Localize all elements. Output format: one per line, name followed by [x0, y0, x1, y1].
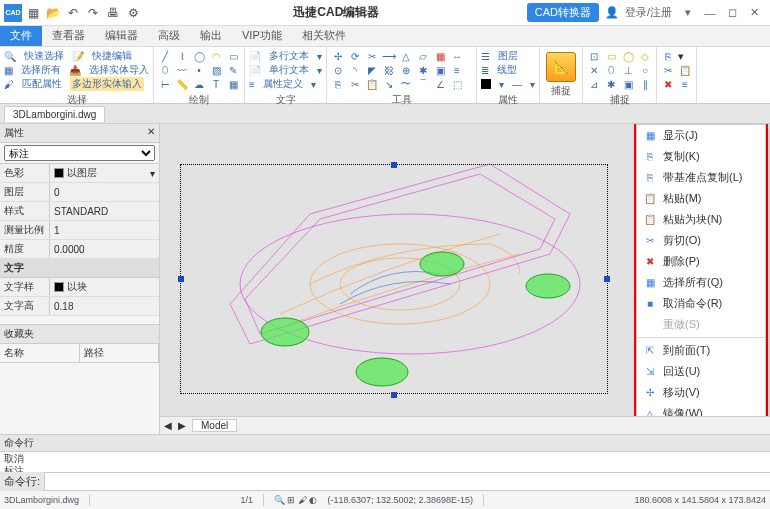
context-menu-item[interactable]: ⇱到前面(T) — [637, 340, 765, 361]
context-menu-item[interactable]: ■取消命令(R) — [637, 293, 765, 314]
close-icon[interactable]: ✕ — [744, 5, 764, 21]
status-icons[interactable]: 🔍 ⊞ 🖌 ◐ — [274, 495, 318, 505]
login-link[interactable]: 登录/注册 — [625, 5, 672, 20]
clip-cut-icon[interactable]: ✂ — [661, 63, 675, 77]
tab-model[interactable]: Model — [192, 419, 237, 432]
context-menu-item[interactable]: ⎘带基准点复制(L) — [637, 167, 765, 188]
cloud-icon[interactable]: ☁ — [192, 77, 206, 91]
break-icon[interactable]: ⛓ — [382, 63, 396, 77]
redo-icon[interactable]: ↷ — [84, 4, 102, 22]
snap-perp-icon[interactable]: ⊥ — [621, 63, 635, 77]
file-tab-active[interactable]: 3DLamborgini.dwg — [4, 106, 105, 122]
group-icon[interactable]: ▣ — [433, 63, 447, 77]
maximize-icon[interactable]: ◻ — [722, 5, 742, 21]
edit-icon[interactable]: ✎ — [226, 63, 240, 77]
mtext-button[interactable]: 多行文本 — [269, 49, 309, 63]
tab-file[interactable]: 文件 — [0, 26, 42, 46]
open-icon[interactable]: 📂 — [44, 4, 62, 22]
import-entity-button[interactable]: 选择实体导入 — [89, 63, 149, 77]
quick-edit-button[interactable]: 快捷编辑 — [92, 49, 132, 63]
snap-ext-icon[interactable]: ⬯ — [604, 63, 618, 77]
arc-icon[interactable]: ◠ — [209, 49, 223, 63]
snap-cen-icon[interactable]: ◯ — [621, 49, 635, 63]
object-type-select[interactable]: 标注 — [4, 145, 155, 161]
polyline-icon[interactable]: ⌇ — [175, 49, 189, 63]
snap-quad-icon[interactable]: ◇ — [638, 49, 652, 63]
context-menu-item[interactable]: ✢移动(V) — [637, 382, 765, 403]
print-icon[interactable]: 🖶 — [104, 4, 122, 22]
cad-convert-button[interactable]: CAD转换器 — [527, 3, 599, 22]
snap-int-icon[interactable]: ✕ — [587, 63, 601, 77]
mirror-icon[interactable]: △ — [399, 49, 413, 63]
select-all-button[interactable]: 选择所有 — [21, 63, 61, 77]
tab-editor[interactable]: 编辑器 — [95, 26, 148, 46]
tab-output[interactable]: 输出 — [190, 26, 232, 46]
context-menu-item[interactable]: 📋粘贴为块(N) — [637, 209, 765, 230]
polygon-entity-button[interactable]: 多边形实体输入 — [70, 77, 144, 91]
snap-par-icon[interactable]: ∥ — [638, 77, 652, 91]
circle-icon[interactable]: ◯ — [192, 49, 206, 63]
snap-mid-icon[interactable]: ▭ — [604, 49, 618, 63]
move-icon[interactable]: ✢ — [331, 49, 345, 63]
trim-icon[interactable]: ✂ — [365, 49, 379, 63]
region-icon[interactable]: ⬚ — [450, 77, 464, 91]
settings-icon[interactable]: ▾ — [678, 5, 698, 21]
angle-icon[interactable]: ∠ — [433, 77, 447, 91]
stext-button[interactable]: 单行文本 — [269, 63, 309, 77]
array-icon[interactable]: ▦ — [433, 49, 447, 63]
clip-del-icon[interactable]: ✖ — [661, 77, 675, 91]
join-icon[interactable]: ⊕ — [399, 63, 413, 77]
spline2-icon[interactable]: 〜 — [399, 77, 413, 91]
context-menu-item[interactable]: ▦选择所有(Q) — [637, 272, 765, 293]
ellipse-icon[interactable]: ⬯ — [158, 63, 172, 77]
tab-related[interactable]: 相关软件 — [292, 26, 356, 46]
snap-node-icon[interactable]: ✱ — [604, 77, 618, 91]
point-icon[interactable]: • — [192, 63, 206, 77]
line-icon[interactable]: ╱ — [158, 49, 172, 63]
ruler-icon[interactable]: 📏 — [175, 77, 189, 91]
chamfer-icon[interactable]: ◤ — [365, 63, 379, 77]
offset-icon[interactable]: ⊙ — [331, 63, 345, 77]
snap-tan-icon[interactable]: ○ — [638, 63, 652, 77]
dim-icon[interactable]: ⊢ — [158, 77, 172, 91]
extend-icon[interactable]: ⟶ — [382, 49, 396, 63]
table-icon[interactable]: ▦ — [226, 77, 240, 91]
rotate-icon[interactable]: ⟳ — [348, 49, 362, 63]
quick-select-button[interactable]: 快速选择 — [24, 49, 64, 63]
context-menu-item[interactable]: ▦显示(J) — [637, 125, 765, 146]
copy-icon[interactable]: ⎘ — [331, 77, 345, 91]
align-icon[interactable]: ≡ — [450, 63, 464, 77]
layer-button[interactable]: 图层 — [498, 49, 518, 63]
snap-near-icon[interactable]: ⊿ — [587, 77, 601, 91]
spline-icon[interactable]: 〰 — [175, 63, 189, 77]
clip-list-icon[interactable]: ≡ — [678, 77, 692, 91]
drawing-canvas[interactable]: ▦显示(J)⎘复制(K)⎘带基准点复制(L)📋粘贴(M)📋粘贴为块(N)✂剪切(… — [160, 124, 770, 416]
clip-paste-icon[interactable]: 📋 — [678, 63, 692, 77]
tab-prev-icon[interactable]: ◀ — [164, 420, 172, 431]
linetype-button[interactable]: 线型 — [497, 63, 517, 77]
command-input[interactable] — [45, 480, 770, 484]
tab-next-icon[interactable]: ▶ — [178, 420, 186, 431]
context-menu-item[interactable]: 📋粘贴(M) — [637, 188, 765, 209]
snap-end-icon[interactable]: ⊡ — [587, 49, 601, 63]
snap-button[interactable]: 📐 — [546, 52, 576, 82]
panel-close-icon[interactable]: ✕ — [147, 126, 155, 140]
hatch-icon[interactable]: ▨ — [209, 63, 223, 77]
color-swatch-icon[interactable] — [481, 79, 491, 89]
minimize-icon[interactable]: — — [700, 5, 720, 21]
cut-icon[interactable]: ✂ — [348, 77, 362, 91]
fillet-icon[interactable]: ◝ — [348, 63, 362, 77]
layer-icon[interactable]: ☰ — [481, 51, 490, 62]
context-menu-item[interactable]: ⇲回送(U) — [637, 361, 765, 382]
context-menu-item[interactable]: △镜像(W) — [637, 403, 765, 416]
scale-icon[interactable]: ▱ — [416, 49, 430, 63]
selection-handle[interactable] — [178, 276, 184, 282]
rect-icon[interactable]: ▭ — [226, 49, 240, 63]
context-menu-item[interactable]: ✖删除(P) — [637, 251, 765, 272]
clip-copy-icon[interactable]: ⎘ — [661, 49, 675, 63]
snap-ins-icon[interactable]: ▣ — [621, 77, 635, 91]
stretch-icon[interactable]: ↔ — [450, 49, 464, 63]
measure-icon[interactable]: ↘ — [382, 77, 396, 91]
attrdef-button[interactable]: 属性定义 — [263, 77, 303, 91]
undo-icon[interactable]: ↶ — [64, 4, 82, 22]
